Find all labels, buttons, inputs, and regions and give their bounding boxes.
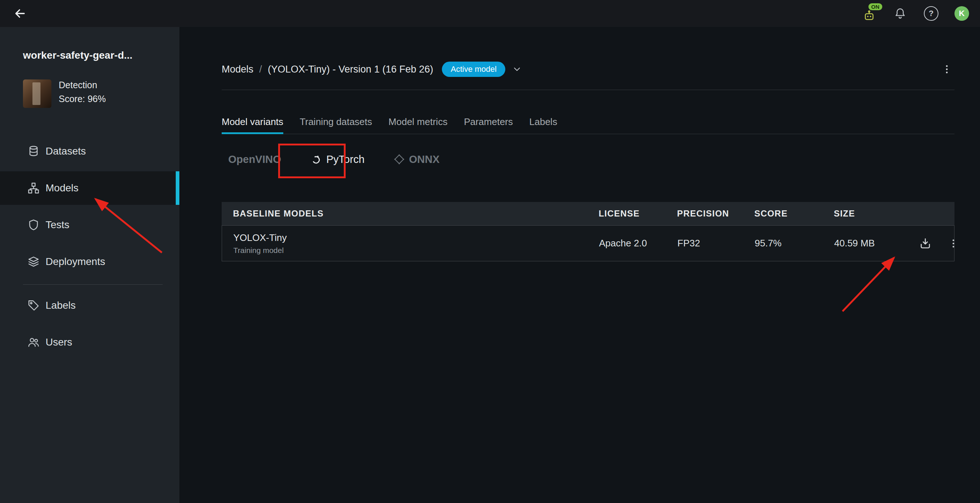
app-window: ON ? K worker-safety-gear-d... Detection… bbox=[0, 0, 980, 503]
sidebar-divider bbox=[23, 284, 162, 285]
tag-icon bbox=[27, 299, 40, 312]
sidebar: worker-safety-gear-d... Detection Score:… bbox=[0, 27, 180, 503]
topbar: ON ? K bbox=[0, 0, 980, 27]
sidebar-item-labels[interactable]: Labels bbox=[0, 289, 180, 322]
model-name: YOLOX-Tiny bbox=[233, 232, 599, 244]
sidebar-item-label: Deployments bbox=[46, 256, 105, 267]
column-header-precision: PRECISION bbox=[677, 209, 754, 219]
download-icon bbox=[919, 237, 932, 250]
database-icon bbox=[27, 145, 40, 158]
sidebar-item-label: Models bbox=[46, 182, 78, 194]
breadcrumb-current: (YOLOX-Tiny) - Version 1 (16 Feb 26) bbox=[268, 64, 433, 75]
tab-model-variants[interactable]: Model variants bbox=[222, 110, 283, 134]
sidebar-item-deployments[interactable]: Deployments bbox=[0, 245, 180, 279]
framework-pytorch[interactable]: PyTorch bbox=[304, 153, 371, 166]
tab-label: Labels bbox=[530, 116, 557, 127]
tab-label: Training datasets bbox=[300, 116, 372, 127]
bell-icon bbox=[894, 7, 906, 20]
chevron-down-icon bbox=[512, 64, 522, 74]
download-model-button[interactable] bbox=[918, 236, 932, 251]
column-header-size: SIZE bbox=[834, 209, 918, 219]
table-header-row: BASELINE MODELS LICENSE PRECISION SCORE … bbox=[222, 202, 955, 225]
tab-training-datasets[interactable]: Training datasets bbox=[300, 110, 372, 134]
column-header-score: SCORE bbox=[754, 209, 834, 219]
sidebar-item-label: Users bbox=[46, 336, 72, 348]
version-dropdown-button[interactable] bbox=[512, 64, 522, 74]
onnx-icon bbox=[394, 154, 405, 165]
framework-label: ONNX bbox=[409, 153, 440, 166]
sidebar-item-tests[interactable]: Tests bbox=[0, 208, 180, 242]
sidebar-item-datasets[interactable]: Datasets bbox=[0, 134, 180, 168]
score-cell: 95.7% bbox=[755, 238, 834, 249]
main-content: Models / (YOLOX-Tiny) - Version 1 (16 Fe… bbox=[180, 27, 980, 503]
users-icon bbox=[27, 336, 40, 349]
sidebar-item-users[interactable]: Users bbox=[0, 325, 180, 359]
arrow-left-icon bbox=[14, 7, 26, 20]
question-icon: ? bbox=[924, 6, 939, 21]
breadcrumb-models-link[interactable]: Models bbox=[222, 64, 253, 75]
sidebar-item-models[interactable]: Models bbox=[0, 171, 180, 205]
pytorch-icon bbox=[310, 153, 322, 165]
tab-labels[interactable]: Labels bbox=[530, 110, 557, 134]
license-cell: Apache 2.0 bbox=[599, 238, 678, 249]
model-subtitle: Training model bbox=[233, 246, 599, 255]
topbar-actions: ON ? K bbox=[861, 5, 969, 22]
credits-button[interactable]: ON bbox=[861, 5, 878, 22]
breadcrumb: Models / (YOLOX-Tiny) - Version 1 (16 Fe… bbox=[222, 59, 955, 80]
credits-on-badge: ON bbox=[869, 3, 883, 10]
row-actions bbox=[918, 236, 976, 251]
tab-parameters[interactable]: Parameters bbox=[464, 110, 512, 134]
header-divider bbox=[222, 90, 955, 90]
kebab-menu-icon bbox=[941, 64, 952, 75]
tab-model-metrics[interactable]: Model metrics bbox=[389, 110, 448, 134]
breadcrumb-separator: / bbox=[259, 64, 262, 75]
kebab-menu-icon bbox=[948, 238, 959, 249]
column-header-baseline-models: BASELINE MODELS bbox=[222, 209, 599, 219]
sidebar-item-label: Datasets bbox=[46, 145, 86, 157]
help-button[interactable]: ? bbox=[923, 5, 940, 22]
tab-bar: Model variants Training datasets Model m… bbox=[222, 110, 955, 134]
framework-onnx[interactable]: ONNX bbox=[387, 153, 446, 166]
framework-selector: OpenVINO PyTorch bbox=[222, 146, 955, 172]
tab-label: Model variants bbox=[222, 116, 283, 127]
layers-icon bbox=[27, 256, 40, 268]
precision-cell: FP32 bbox=[678, 238, 755, 249]
table-row[interactable]: YOLOX-Tiny Training model Apache 2.0 FP3… bbox=[222, 225, 955, 261]
project-score-label: Score: 96% bbox=[59, 94, 106, 104]
sidebar-item-label: Labels bbox=[46, 299, 76, 311]
project-type-label: Detection bbox=[59, 80, 97, 91]
framework-label: OpenVINO bbox=[228, 153, 281, 166]
framework-label: PyTorch bbox=[326, 153, 364, 166]
active-model-badge[interactable]: Active model bbox=[442, 62, 505, 77]
user-avatar[interactable]: K bbox=[955, 6, 969, 21]
notifications-button[interactable] bbox=[892, 6, 908, 21]
column-header-license: LICENSE bbox=[599, 209, 677, 219]
project-name: worker-safety-gear-d... bbox=[23, 49, 132, 61]
baseline-models-table: BASELINE MODELS LICENSE PRECISION SCORE … bbox=[222, 202, 955, 261]
row-menu-button[interactable] bbox=[947, 237, 959, 250]
size-cell: 40.59 MB bbox=[834, 238, 918, 249]
model-name-cell: YOLOX-Tiny Training model bbox=[222, 232, 599, 255]
tab-label: Model metrics bbox=[389, 116, 448, 127]
models-icon bbox=[27, 182, 40, 194]
sidebar-item-label: Tests bbox=[46, 219, 69, 231]
framework-openvino[interactable]: OpenVINO bbox=[222, 153, 288, 166]
robot-icon bbox=[862, 9, 876, 22]
model-actions-menu-button[interactable] bbox=[939, 62, 955, 77]
project-thumbnail bbox=[23, 80, 51, 108]
shield-icon bbox=[27, 219, 40, 231]
back-button[interactable] bbox=[11, 4, 29, 22]
tab-label: Parameters bbox=[464, 116, 512, 127]
